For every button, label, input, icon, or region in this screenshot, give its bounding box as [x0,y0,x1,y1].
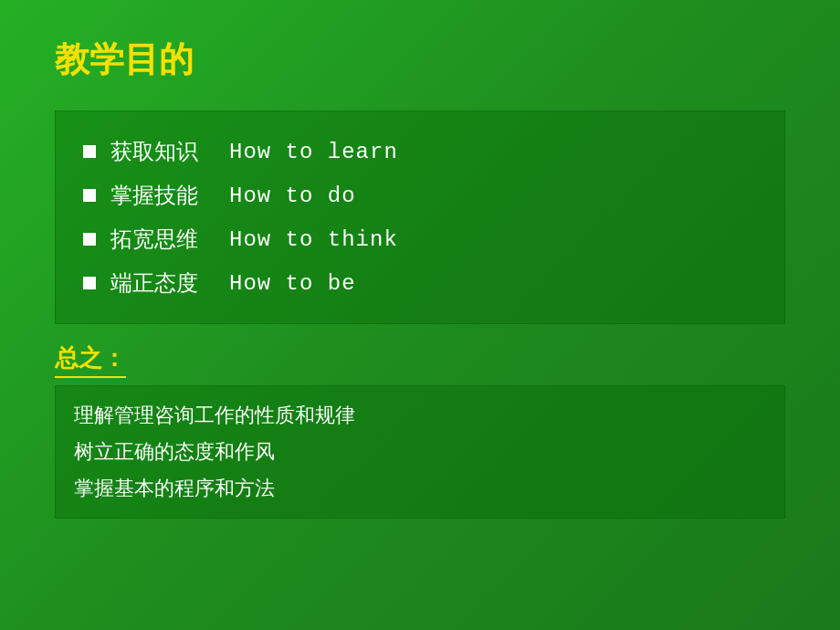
list-item: 掌握技能 How to do [83,173,757,217]
page-title: 教学目的 [55,37,785,83]
list-item: 拓宽思维 How to think [83,217,757,261]
bullet-chinese-2: 掌握技能 [110,181,229,210]
summary-section: 总之： 理解管理咨询工作的性质和规律 树立正确的态度和作风 掌握基本的程序和方法 [55,342,785,519]
list-item: 获取知识 How to learn [83,130,757,173]
bullet-icon [83,277,96,289]
summary-item-2: 树立正确的态度和作风 [74,434,766,470]
summary-panel: 理解管理咨询工作的性质和规律 树立正确的态度和作风 掌握基本的程序和方法 [55,385,785,519]
bullet-icon [83,189,96,202]
slide-container: 教学目的 获取知识 How to learn 掌握技能 How to do 拓宽… [0,0,840,630]
bullet-list: 获取知识 How to learn 掌握技能 How to do 拓宽思维 Ho… [83,130,757,305]
bullet-chinese-1: 获取知识 [110,137,229,166]
list-item: 端正态度 How to be [83,261,757,305]
bullet-chinese-4: 端正态度 [110,268,229,298]
bullet-english-4: How to be [229,271,356,296]
bullet-english-3: How to think [229,227,398,252]
summary-title: 总之： [55,342,126,378]
bullet-english-1: How to learn [229,140,398,164]
bullet-panel: 获取知识 How to learn 掌握技能 How to do 拓宽思维 Ho… [55,110,785,324]
bullet-english-2: How to do [229,184,356,208]
bullet-icon [83,145,96,158]
bullet-chinese-3: 拓宽思维 [110,225,229,254]
summary-item-1: 理解管理咨询工作的性质和规律 [74,397,766,434]
summary-item-3: 掌握基本的程序和方法 [74,470,766,507]
bullet-icon [83,233,96,246]
